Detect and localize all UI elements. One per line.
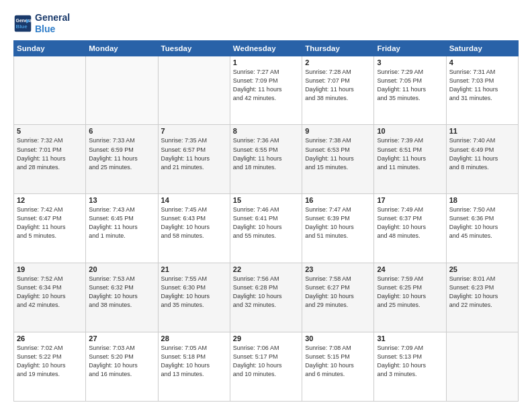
day-info: Sunrise: 7:50 AM Sunset: 6:36 PM Dayligh… [449, 205, 515, 240]
day-cell: 21Sunrise: 7:55 AM Sunset: 6:30 PM Dayli… [158, 263, 230, 332]
day-cell: 27Sunrise: 7:03 AM Sunset: 5:20 PM Dayli… [86, 332, 158, 402]
day-number: 11 [449, 127, 515, 135]
day-info: Sunrise: 7:56 AM Sunset: 6:28 PM Dayligh… [233, 275, 299, 310]
day-number: 5 [17, 127, 83, 135]
day-number: 9 [305, 127, 371, 135]
day-number: 30 [305, 334, 371, 342]
day-info: Sunrise: 7:43 AM Sunset: 6:45 PM Dayligh… [89, 205, 154, 240]
col-header-friday: Friday [374, 40, 446, 56]
day-number: 7 [161, 127, 227, 135]
day-number: 14 [161, 196, 227, 204]
day-number: 18 [449, 196, 515, 204]
day-cell: 9Sunrise: 7:38 AM Sunset: 6:53 PM Daylig… [302, 125, 374, 194]
day-cell: 13Sunrise: 7:43 AM Sunset: 6:45 PM Dayli… [86, 194, 158, 263]
day-cell: 14Sunrise: 7:45 AM Sunset: 6:43 PM Dayli… [158, 194, 230, 263]
col-header-sunday: Sunday [14, 40, 86, 56]
day-cell: 29Sunrise: 7:06 AM Sunset: 5:17 PM Dayli… [230, 332, 302, 402]
day-number: 28 [161, 334, 227, 342]
day-info: Sunrise: 7:40 AM Sunset: 6:49 PM Dayligh… [449, 136, 515, 171]
col-header-saturday: Saturday [446, 40, 518, 56]
day-number: 26 [17, 334, 83, 342]
day-info: Sunrise: 7:46 AM Sunset: 6:41 PM Dayligh… [233, 205, 299, 240]
day-number: 4 [449, 58, 515, 66]
day-cell: 23Sunrise: 7:58 AM Sunset: 6:27 PM Dayli… [302, 263, 374, 332]
day-number: 27 [89, 334, 154, 342]
day-cell: 22Sunrise: 7:56 AM Sunset: 6:28 PM Dayli… [230, 263, 302, 332]
day-info: Sunrise: 7:58 AM Sunset: 6:27 PM Dayligh… [305, 275, 371, 310]
day-number: 24 [377, 265, 443, 273]
day-cell: 30Sunrise: 7:08 AM Sunset: 5:15 PM Dayli… [302, 332, 374, 402]
day-number: 22 [233, 265, 299, 273]
day-info: Sunrise: 7:03 AM Sunset: 5:20 PM Dayligh… [89, 344, 154, 379]
day-cell [446, 332, 518, 402]
day-info: Sunrise: 7:49 AM Sunset: 6:37 PM Dayligh… [377, 205, 443, 240]
day-cell: 1Sunrise: 7:27 AM Sunset: 7:09 PM Daylig… [230, 56, 302, 125]
day-number: 17 [377, 196, 443, 204]
logo-icon: General Blue [13, 14, 32, 33]
day-info: Sunrise: 7:33 AM Sunset: 6:59 PM Dayligh… [89, 136, 154, 171]
day-cell: 7Sunrise: 7:35 AM Sunset: 6:57 PM Daylig… [158, 125, 230, 194]
day-cell: 5Sunrise: 7:32 AM Sunset: 7:01 PM Daylig… [14, 125, 86, 194]
svg-text:General: General [16, 18, 33, 23]
day-number: 10 [377, 127, 443, 135]
day-cell [14, 56, 86, 125]
day-info: Sunrise: 7:42 AM Sunset: 6:47 PM Dayligh… [17, 205, 83, 240]
day-number: 29 [233, 334, 299, 342]
day-cell: 6Sunrise: 7:33 AM Sunset: 6:59 PM Daylig… [86, 125, 158, 194]
day-info: Sunrise: 8:01 AM Sunset: 6:23 PM Dayligh… [449, 275, 515, 310]
day-info: Sunrise: 7:27 AM Sunset: 7:09 PM Dayligh… [233, 68, 299, 103]
day-info: Sunrise: 7:52 AM Sunset: 6:34 PM Dayligh… [17, 275, 83, 310]
day-info: Sunrise: 7:55 AM Sunset: 6:30 PM Dayligh… [161, 275, 227, 310]
day-info: Sunrise: 7:08 AM Sunset: 5:15 PM Dayligh… [305, 344, 371, 379]
day-cell: 18Sunrise: 7:50 AM Sunset: 6:36 PM Dayli… [446, 194, 518, 263]
day-info: Sunrise: 7:39 AM Sunset: 6:51 PM Dayligh… [377, 136, 443, 171]
day-number: 2 [305, 58, 371, 66]
day-cell: 4Sunrise: 7:31 AM Sunset: 7:03 PM Daylig… [446, 56, 518, 125]
day-number: 25 [449, 265, 515, 273]
week-row-1: 1Sunrise: 7:27 AM Sunset: 7:09 PM Daylig… [14, 56, 519, 125]
col-header-thursday: Thursday [302, 40, 374, 56]
week-row-5: 26Sunrise: 7:02 AM Sunset: 5:22 PM Dayli… [14, 332, 519, 402]
day-info: Sunrise: 7:02 AM Sunset: 5:22 PM Dayligh… [17, 344, 83, 379]
day-cell: 17Sunrise: 7:49 AM Sunset: 6:37 PM Dayli… [374, 194, 446, 263]
day-number: 16 [305, 196, 371, 204]
day-number: 31 [377, 334, 443, 342]
day-number: 20 [89, 265, 154, 273]
day-info: Sunrise: 7:38 AM Sunset: 6:53 PM Dayligh… [305, 136, 371, 171]
day-info: Sunrise: 7:59 AM Sunset: 6:25 PM Dayligh… [377, 275, 443, 310]
day-info: Sunrise: 7:45 AM Sunset: 6:43 PM Dayligh… [161, 205, 227, 240]
day-number: 23 [305, 265, 371, 273]
day-cell: 11Sunrise: 7:40 AM Sunset: 6:49 PM Dayli… [446, 125, 518, 194]
col-header-monday: Monday [86, 40, 158, 56]
day-info: Sunrise: 7:31 AM Sunset: 7:03 PM Dayligh… [449, 68, 515, 103]
day-info: Sunrise: 7:53 AM Sunset: 6:32 PM Dayligh… [89, 275, 154, 310]
day-number: 12 [17, 196, 83, 204]
day-number: 3 [377, 58, 443, 66]
day-cell: 20Sunrise: 7:53 AM Sunset: 6:32 PM Dayli… [86, 263, 158, 332]
logo-text: General Blue [35, 12, 70, 35]
day-cell [158, 56, 230, 125]
page: General Blue General Blue SundayMondayTu… [0, 0, 532, 411]
day-number: 8 [233, 127, 299, 135]
day-info: Sunrise: 7:05 AM Sunset: 5:18 PM Dayligh… [161, 344, 227, 379]
day-info: Sunrise: 7:32 AM Sunset: 7:01 PM Dayligh… [17, 136, 83, 171]
col-header-tuesday: Tuesday [158, 40, 230, 56]
day-cell: 10Sunrise: 7:39 AM Sunset: 6:51 PM Dayli… [374, 125, 446, 194]
col-header-wednesday: Wednesday [230, 40, 302, 56]
day-cell: 26Sunrise: 7:02 AM Sunset: 5:22 PM Dayli… [14, 332, 86, 402]
day-info: Sunrise: 7:06 AM Sunset: 5:17 PM Dayligh… [233, 344, 299, 379]
day-number: 19 [17, 265, 83, 273]
header-row: SundayMondayTuesdayWednesdayThursdayFrid… [14, 40, 519, 56]
header: General Blue General Blue [13, 12, 519, 35]
calendar-table: SundayMondayTuesdayWednesdayThursdayFrid… [13, 40, 519, 402]
day-info: Sunrise: 7:28 AM Sunset: 7:07 PM Dayligh… [305, 68, 371, 103]
day-info: Sunrise: 7:47 AM Sunset: 6:39 PM Dayligh… [305, 205, 371, 240]
day-cell: 25Sunrise: 8:01 AM Sunset: 6:23 PM Dayli… [446, 263, 518, 332]
day-number: 21 [161, 265, 227, 273]
day-cell: 28Sunrise: 7:05 AM Sunset: 5:18 PM Dayli… [158, 332, 230, 402]
day-number: 13 [89, 196, 154, 204]
day-info: Sunrise: 7:29 AM Sunset: 7:05 PM Dayligh… [377, 68, 443, 103]
week-row-2: 5Sunrise: 7:32 AM Sunset: 7:01 PM Daylig… [14, 125, 519, 194]
day-cell: 31Sunrise: 7:09 AM Sunset: 5:13 PM Dayli… [374, 332, 446, 402]
week-row-3: 12Sunrise: 7:42 AM Sunset: 6:47 PM Dayli… [14, 194, 519, 263]
